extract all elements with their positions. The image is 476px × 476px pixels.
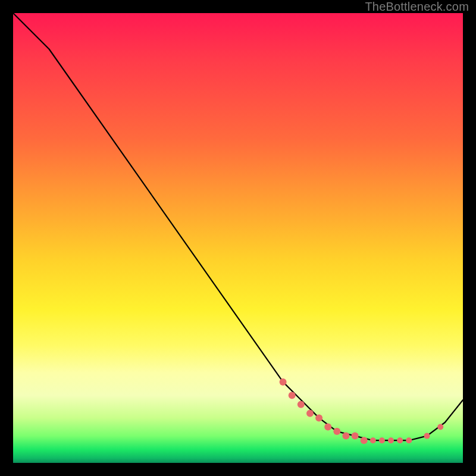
chart-frame: TheBottleneck.com [0,0,476,476]
marker-dot [361,437,368,444]
marker-dot [437,424,443,430]
marker-dot [370,437,376,443]
marker-dot [352,433,359,440]
marker-dot [324,424,331,431]
marker-dot [298,401,305,408]
marker-dot [424,433,430,439]
marker-dot [280,378,287,386]
marker-dot [397,437,403,443]
marker-dot [379,437,385,443]
marker-dot [333,428,340,435]
watermark-text: TheBottleneck.com [365,0,469,14]
marker-dot [306,410,314,417]
marker-dot [406,437,412,443]
marker-dot [289,392,296,399]
marker-dot [342,433,349,440]
bottleneck-curve [13,13,463,463]
marker-dot [315,414,322,421]
chart-plot-area [13,13,463,463]
marker-dot [388,437,394,443]
